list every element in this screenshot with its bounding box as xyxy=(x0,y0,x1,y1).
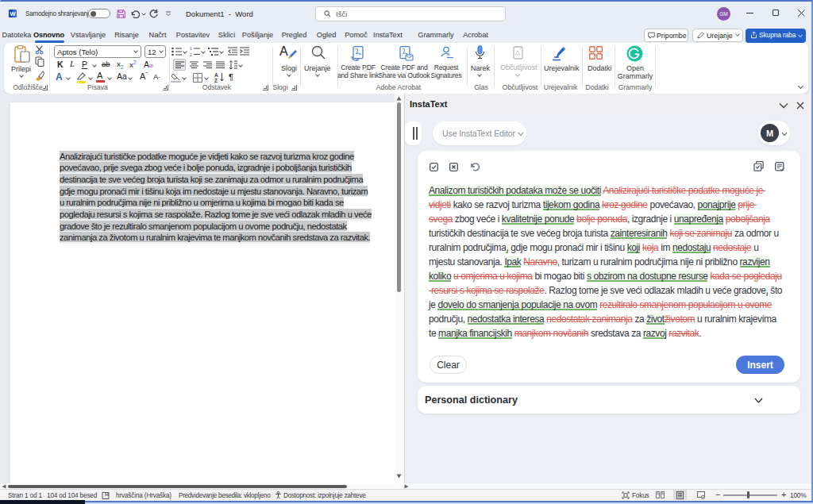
svg-text:Z: Z xyxy=(214,78,218,83)
svg-text:2: 2 xyxy=(190,53,192,57)
svg-text:W: W xyxy=(10,10,16,17)
svg-text:A: A xyxy=(214,72,218,78)
svg-text:K: K xyxy=(447,52,450,57)
svg-text:1: 1 xyxy=(190,47,192,51)
